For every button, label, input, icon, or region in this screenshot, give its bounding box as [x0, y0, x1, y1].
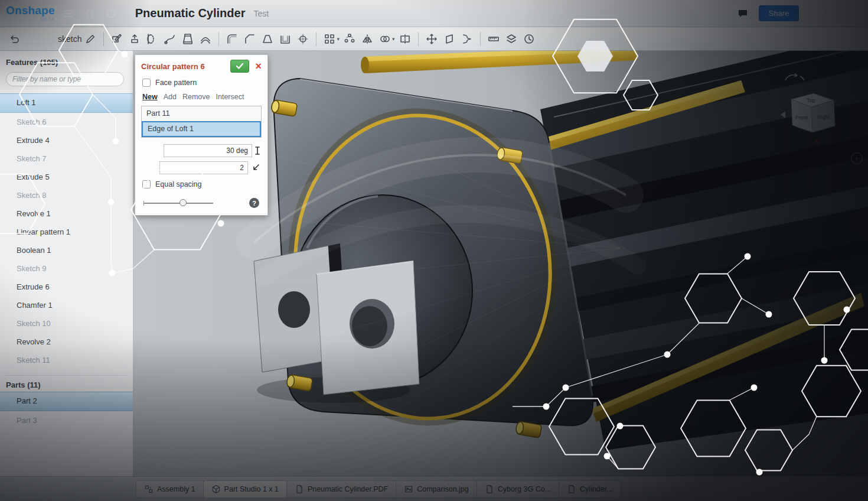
- boolean-dropdown-caret-icon[interactable]: ▾: [392, 36, 395, 42]
- feature-item-sketch-11[interactable]: Sketch 11: [0, 351, 133, 369]
- plane-icon[interactable]: [440, 30, 458, 48]
- feature-item-sketch-10[interactable]: Sketch 10: [0, 314, 133, 333]
- selection-list: Part 11 Edge of Loft 1: [141, 106, 262, 138]
- text-cursor-icon: [254, 146, 260, 155]
- cancel-icon[interactable]: ×: [255, 61, 262, 71]
- undo-icon[interactable]: [6, 30, 24, 48]
- assembly-icon: [144, 484, 154, 494]
- boolean-icon[interactable]: [376, 30, 394, 48]
- feature-item-extrude-4[interactable]: Extrude 4: [0, 131, 133, 149]
- transform-icon[interactable]: [423, 30, 440, 48]
- part-studio-icon: [211, 484, 221, 494]
- instance-count-input[interactable]: [159, 161, 248, 174]
- tab-part-studio-1[interactable]: Part Studio 1 x 1: [203, 480, 286, 498]
- fillet-icon[interactable]: [223, 30, 241, 48]
- loft-icon[interactable]: [179, 30, 197, 48]
- feature-item-sketch-9[interactable]: Sketch 9: [0, 259, 133, 278]
- tab-cylinder[interactable]: Cylinder...: [559, 480, 621, 498]
- revolve-icon[interactable]: [143, 30, 161, 48]
- workspace-name[interactable]: Test: [253, 9, 269, 18]
- onshape-logo[interactable]: Onshape BETA: [6, 5, 55, 22]
- mode-tab-remove[interactable]: Remove: [182, 93, 210, 101]
- view-cube[interactable]: Top Front Right x: [768, 69, 856, 148]
- edit-pencil-icon[interactable]: [81, 30, 99, 48]
- tab-cyborg-3g[interactable]: Cyborg 3G Co...: [477, 480, 559, 498]
- feature-item-revolve-2[interactable]: Revolve 2: [0, 333, 133, 351]
- face-pattern-label: Face pattern: [155, 79, 197, 87]
- mode-tab-add[interactable]: Add: [164, 93, 177, 101]
- thicken-icon[interactable]: [197, 30, 214, 48]
- view-cube-front-label[interactable]: Front: [795, 115, 808, 121]
- orbit-arrows-icon[interactable]: [785, 73, 804, 80]
- onshape-app-window: Onshape BETA Pneumatic Cylinder Test Sha…: [0, 0, 868, 501]
- split-icon[interactable]: [396, 30, 414, 48]
- history-icon[interactable]: [103, 6, 119, 21]
- user-menu[interactable]: Cody ▾: [835, 9, 860, 18]
- help-caret-icon[interactable]: ▾: [824, 10, 827, 17]
- feature-item-revolve-1[interactable]: Revolve 1: [0, 204, 133, 223]
- document-tab-bar: Assembly 1 Part Studio 1 x 1 Pneumatic C…: [0, 476, 868, 501]
- view-cube-right-label[interactable]: Right: [817, 114, 830, 120]
- top-bar: Onshape BETA Pneumatic Cylinder Test Sha…: [0, 0, 868, 27]
- selection-item-part-11[interactable]: Part 11: [142, 106, 261, 121]
- parts-section-title: Parts (11): [6, 375, 127, 389]
- feature-item-linear-pattern-1[interactable]: Linear pattern 1: [0, 223, 133, 241]
- mode-tab-intersect[interactable]: Intersect: [216, 93, 244, 101]
- part-item-part-3[interactable]: Part 3: [0, 411, 133, 430]
- branch-icon[interactable]: [82, 6, 97, 21]
- chat-icon[interactable]: [735, 6, 750, 21]
- new-sketch-icon[interactable]: [108, 30, 126, 48]
- feature-item-sketch-6[interactable]: Sketch 6: [0, 113, 133, 131]
- view-cube-top-label[interactable]: Top: [807, 97, 815, 103]
- feature-item-loft-1[interactable]: Loft 1: [0, 93, 133, 113]
- menu-icon[interactable]: [61, 6, 76, 21]
- extrude-icon[interactable]: [126, 30, 143, 48]
- rotate-left-arrow-icon[interactable]: [781, 111, 785, 118]
- confirm-button[interactable]: [230, 60, 249, 73]
- dialog-help-icon[interactable]: ?: [249, 198, 259, 208]
- feature-item-extrude-6[interactable]: Extrude 6: [0, 278, 133, 296]
- feature-filter-input[interactable]: [6, 72, 124, 86]
- circular-pattern-dialog: Circular pattern 6 × Face pattern New Ad…: [135, 54, 268, 216]
- share-button[interactable]: Share: [759, 5, 800, 21]
- feature-item-sketch-7[interactable]: Sketch 7: [0, 149, 133, 168]
- mode-tab-new[interactable]: New: [142, 93, 158, 101]
- face-pattern-checkbox[interactable]: [142, 79, 151, 87]
- part-item-part-2[interactable]: Part 2: [0, 392, 133, 411]
- equal-spacing-label: Equal spacing: [155, 180, 202, 188]
- shell-icon[interactable]: [276, 30, 294, 48]
- tab-assembly-1[interactable]: Assembly 1: [136, 480, 203, 498]
- sweep-icon[interactable]: [161, 30, 179, 48]
- selection-item-edge-of-loft-1[interactable]: Edge of Loft 1: [142, 121, 261, 137]
- features-panel-title: Features (105): [6, 58, 127, 67]
- tab-comparison-jpg[interactable]: Comparison.jpg: [396, 480, 477, 498]
- user-name: Cody: [835, 9, 854, 18]
- flip-direction-icon[interactable]: [251, 163, 260, 173]
- help-icon[interactable]: ?: [808, 7, 821, 20]
- pdf-document-icon: [295, 484, 304, 494]
- feature-item-extrude-5[interactable]: Extrude 5: [0, 168, 133, 186]
- slider-handle[interactable]: [180, 199, 187, 206]
- circular-pattern-icon[interactable]: [341, 30, 358, 48]
- chamfer-icon[interactable]: [241, 30, 259, 48]
- mirror-icon[interactable]: [358, 30, 376, 48]
- linear-pattern-icon[interactable]: [321, 30, 338, 48]
- measure-icon[interactable]: [485, 30, 502, 48]
- image-file-icon: [404, 484, 413, 494]
- logo-beta-label: BETA: [40, 17, 54, 22]
- feature-item-chamfer-1[interactable]: Chamfer 1: [0, 296, 133, 314]
- feature-item-sketch-8[interactable]: Sketch 8: [0, 186, 133, 204]
- pattern-angle-input[interactable]: [164, 144, 252, 157]
- version-history-icon[interactable]: [520, 30, 538, 48]
- collapse-panel-icon[interactable]: ‹: [851, 152, 863, 164]
- pattern-dropdown-caret-icon[interactable]: ▾: [337, 36, 340, 42]
- helix-icon[interactable]: [458, 30, 476, 48]
- document-icon: [485, 484, 494, 494]
- layers-icon[interactable]: [502, 30, 520, 48]
- equal-spacing-checkbox[interactable]: [142, 180, 151, 188]
- draft-icon[interactable]: [259, 30, 276, 48]
- hole-icon[interactable]: [294, 30, 312, 48]
- spacing-slider[interactable]: [143, 203, 213, 204]
- feature-item-boolean-1[interactable]: Boolean 1: [0, 241, 133, 259]
- tab-pneumatic-cylinder-pdf[interactable]: Pneumatic Cylinder.PDF: [286, 480, 396, 498]
